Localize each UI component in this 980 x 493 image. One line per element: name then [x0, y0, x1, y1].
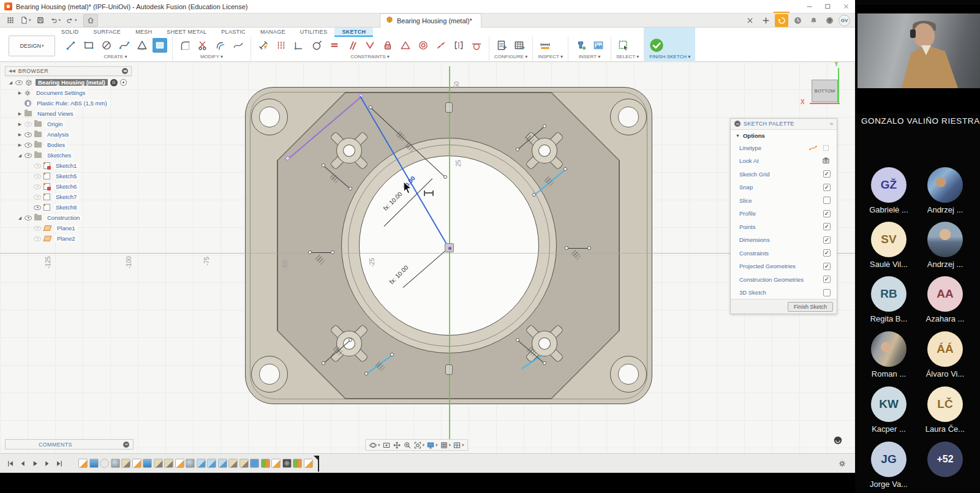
recent-button[interactable]	[791, 14, 804, 27]
grid-settings-button[interactable]: ▾	[440, 441, 451, 450]
timeline-feature-hole[interactable]	[186, 459, 195, 468]
ribbon-tab-sheet-metal[interactable]: SHEET METAL	[159, 28, 214, 37]
sketch-dimension-button[interactable]	[256, 38, 271, 53]
circle-diameter-button[interactable]	[99, 38, 114, 53]
user-avatar[interactable]: GV	[839, 15, 850, 26]
save-button[interactable]	[34, 14, 47, 27]
timeline-feature-thread[interactable]	[282, 459, 292, 468]
dimension-line[interactable]	[310, 252, 333, 253]
app-grid-button[interactable]	[4, 14, 17, 27]
group-label[interactable]: INSPECT ▾	[538, 54, 563, 59]
timeline-feature-extrude[interactable]	[143, 459, 152, 468]
browser-item-sketch8[interactable]: Sketch8	[5, 202, 132, 213]
ribbon-tab-solid[interactable]: SOLID	[54, 28, 86, 37]
timeline-feature-sketch[interactable]	[78, 459, 88, 468]
rectangle-button[interactable]	[81, 38, 96, 53]
timeline-feature-sketch[interactable]	[175, 459, 184, 468]
visibility-eye-icon[interactable]	[34, 174, 41, 179]
browser-item-plane2[interactable]: Plane2	[5, 233, 132, 244]
browser-item-construction[interactable]: ◢Construction	[5, 213, 132, 223]
visibility-eye-icon[interactable]	[15, 80, 23, 85]
browser-item-sketches[interactable]: ◢Sketches	[5, 150, 132, 160]
settings-gear-icon[interactable]	[838, 459, 846, 468]
participant-tile[interactable]: KWKacper ...	[861, 386, 916, 434]
timeline-feature-chamfer[interactable]	[228, 459, 238, 468]
timeline-feature-revolve[interactable]	[293, 459, 302, 468]
display-settings-button[interactable]: ▾	[426, 441, 438, 450]
origin-point[interactable]	[445, 243, 454, 252]
timeline-feature-box[interactable]	[250, 459, 259, 468]
redo-button[interactable]: ▾	[63, 14, 80, 27]
configuration-button[interactable]	[494, 38, 509, 53]
group-label[interactable]: MODIFY ▾	[178, 54, 246, 59]
viewcube[interactable]: BOTTOM	[812, 80, 838, 102]
equal-button[interactable]	[327, 38, 342, 53]
browser-item-plastic-rule-abs-1-5-mm-[interactable]: Plastic Rule: ABS (1,5 mm)	[5, 98, 132, 108]
group-label[interactable]: INSERT ▾	[573, 54, 606, 59]
collapse-panel-icon[interactable]: ◀◀	[9, 69, 15, 73]
timeline-feature-chamfer[interactable]	[164, 459, 173, 468]
linetype-spline-icon[interactable]	[809, 143, 818, 152]
model-canvas[interactable]: -125-100-75-50-255025	[0, 62, 855, 453]
notifications-button[interactable]	[807, 14, 820, 27]
timeline-feature-chamfer[interactable]	[154, 459, 163, 468]
visibility-eye-icon[interactable]	[34, 195, 41, 200]
horizontal-vertical-button[interactable]	[292, 38, 306, 53]
file-button[interactable]: ▾	[17, 14, 34, 27]
browser-item-origin[interactable]: ▶Origin	[5, 119, 132, 129]
look-at-button[interactable]	[382, 441, 391, 450]
visibility-eye-icon[interactable]	[24, 122, 32, 127]
trim-button[interactable]	[195, 38, 210, 53]
expander-icon[interactable]: ▶	[17, 111, 23, 116]
browser-item-analysis[interactable]: ▶Analysis	[5, 129, 132, 140]
expander-icon[interactable]: ▶	[17, 132, 23, 137]
sketch-point[interactable]	[285, 156, 290, 160]
visibility-eye-icon[interactable]	[34, 236, 41, 241]
document-tab[interactable]: Bearing Housing (metal)*	[380, 13, 481, 28]
timeline-feature-circle-off[interactable]	[100, 459, 109, 468]
select-window-button[interactable]	[616, 38, 631, 53]
expander-icon[interactable]: ◢	[17, 216, 23, 220]
timeline-feature-chamfer[interactable]	[121, 459, 130, 468]
browser-item-bearing-housing-metal-[interactable]: ◢Bearing Housing (metal)G	[5, 77, 132, 88]
comments-bar[interactable]: COMMENTS	[5, 439, 134, 450]
expander-icon[interactable]: ◢	[7, 80, 14, 85]
timeline-feature-sketch[interactable]	[304, 459, 313, 468]
browser-item-sketch7[interactable]: Sketch7	[5, 192, 132, 202]
cone-button[interactable]	[135, 38, 149, 53]
linetype-ghost-icon[interactable]	[821, 143, 831, 152]
speaker-video-tile[interactable]	[856, 5, 980, 114]
parallel-button[interactable]	[345, 38, 360, 53]
close-tab-button[interactable]	[743, 14, 756, 27]
dock-panel-icon[interactable]: »	[830, 121, 833, 127]
participant-tile[interactable]: LČLaura Če...	[918, 386, 973, 434]
go-to-start-button[interactable]	[6, 459, 15, 468]
3d-sketch-checkbox[interactable]	[823, 289, 831, 296]
timeline-feature-fillet[interactable]	[197, 459, 206, 468]
overflow-participants[interactable]: +52	[918, 442, 973, 477]
browser-item-plane1[interactable]: Plane1	[5, 223, 132, 233]
minimize-button[interactable]	[800, 0, 818, 13]
job-status-button[interactable]	[775, 14, 788, 27]
sketch-grid-checkbox[interactable]: ✓	[823, 170, 831, 178]
visibility-eye-icon[interactable]	[34, 226, 41, 231]
expander-icon[interactable]: ▶	[17, 91, 23, 96]
browser-item-sketch1[interactable]: Sketch1	[5, 160, 132, 171]
rectangular-pattern-button[interactable]	[274, 38, 288, 53]
measure-button[interactable]	[538, 38, 552, 53]
timeline-feature-extrude[interactable]	[89, 459, 99, 468]
ribbon-tab-plastic[interactable]: PLASTIC	[214, 28, 253, 37]
panel-minus-icon[interactable]	[734, 121, 741, 127]
offset-button[interactable]	[213, 38, 228, 53]
construction-geometries-checkbox[interactable]: ✓	[823, 276, 831, 283]
new-tab-button[interactable]	[759, 14, 772, 27]
expander-icon[interactable]: ▶	[17, 122, 23, 127]
timeline-feature-sketch[interactable]	[132, 459, 141, 468]
ribbon-tab-mesh[interactable]: MESH	[128, 28, 159, 37]
palette-options-section[interactable]: ▼ Options	[731, 130, 837, 141]
viewports-button[interactable]: ▾	[453, 441, 464, 450]
insert-image-button[interactable]	[591, 38, 606, 53]
points-checkbox[interactable]: ✓	[823, 223, 831, 230]
visibility-eye-icon[interactable]	[34, 164, 41, 168]
projected-geometries-checkbox[interactable]: ✓	[823, 263, 831, 270]
